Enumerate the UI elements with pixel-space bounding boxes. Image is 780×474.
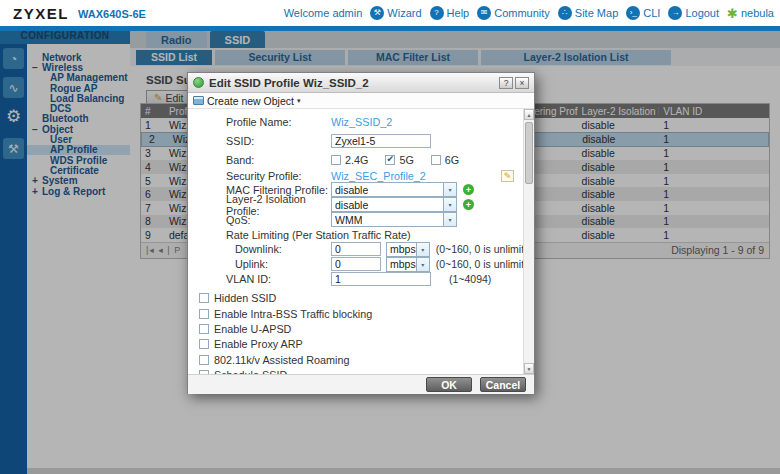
band-checkbox-2-4g[interactable] [331, 155, 341, 165]
header-link-label: Logout [685, 7, 719, 19]
cli-icon: ›_ [626, 6, 640, 20]
vlan-id-input[interactable] [331, 272, 431, 286]
header-link-label: Site Map [575, 7, 618, 19]
nebula-link[interactable]: ✱ nebula [727, 6, 774, 21]
sitemap-icon: ∴ [558, 6, 572, 20]
profile-name-label: Profile Name: [226, 116, 331, 128]
add-mac-profile-button[interactable]: + [463, 184, 474, 195]
option-label: Enable Intra-BSS Traffic blocking [214, 308, 372, 320]
qos-label: QoS: [226, 214, 331, 226]
header-link-logout[interactable]: →Logout [668, 6, 719, 20]
band-option-label: 5G [399, 154, 413, 166]
checkbox-802-11k-v-assisted-roaming[interactable] [199, 355, 209, 365]
dialog-body: Profile Name: Wiz_SSID_2 SSID: Band: 2.4… [188, 109, 534, 374]
checkbox-enable-intra-bss-traffic-blocking[interactable] [199, 309, 209, 319]
header-link-label: Help [447, 7, 470, 19]
ssid-input[interactable] [331, 134, 431, 148]
dialog-bullet-icon [193, 77, 204, 88]
device-model: WAX640S-6E [78, 8, 146, 20]
dialog-scrollbar[interactable]: ▲ ▼ [523, 109, 534, 374]
l2-isolation-select[interactable]: disable ▾ [331, 197, 457, 212]
downlink-label: Downlink: [226, 243, 331, 255]
welcome-text: Welcome admin [284, 7, 363, 19]
header-link-label: Community [494, 7, 550, 19]
option-label: Enable Proxy ARP [214, 338, 303, 350]
band-option-6g[interactable]: 6G [431, 154, 459, 166]
ssid-label: SSID: [226, 135, 331, 147]
dropdown-arrow-icon: ▾ [443, 213, 456, 226]
checkbox-enable-proxy-arp[interactable] [199, 339, 209, 349]
checkbox-enable-u-apsd[interactable] [199, 324, 209, 334]
band-checkbox-6g[interactable] [431, 155, 441, 165]
vlan-range-note: (1~4094) [449, 273, 491, 285]
rate-limiting-label: Rate Limiting (Per Station Traffic Rate) [226, 229, 411, 241]
scrollbar-thumb[interactable] [525, 122, 533, 184]
band-option-label: 2.4G [345, 154, 368, 166]
header-link-site-map[interactable]: ∴Site Map [558, 6, 618, 20]
band-option-2-4g[interactable]: 2.4G [331, 154, 368, 166]
option-label: 802.11k/v Assisted Roaming [214, 354, 349, 366]
dialog-close-button[interactable]: × [515, 77, 529, 89]
caret-down-icon: ▾ [297, 97, 301, 105]
option-row-schedule-ssid: Schedule SSID [199, 367, 520, 374]
header-link-help[interactable]: ?Help [430, 6, 470, 20]
option-row-hidden-ssid: Hidden SSID [199, 291, 520, 306]
option-row-enable-intra-bss-traffic-blocking: Enable Intra-BSS Traffic blocking [199, 306, 520, 321]
create-object-icon [193, 96, 204, 105]
profile-name-value: Wiz_SSID_2 [331, 116, 392, 128]
header-link-wizard[interactable]: ⚒Wizard [370, 6, 421, 20]
uplink-unit-select[interactable]: mbps ▾ [386, 257, 430, 272]
help-icon: ? [430, 6, 444, 20]
dropdown-arrow-icon: ▾ [443, 183, 456, 196]
dialog-title: Edit SSID Profile Wiz_SSID_2 [209, 77, 369, 89]
scroll-up-icon[interactable]: ▲ [524, 109, 534, 120]
create-new-object-button[interactable]: Create new Object ▾ [188, 93, 534, 109]
nebula-icon: ✱ [727, 6, 738, 21]
app-root: ZYXEL WAX640S-6E Welcome admin ⚒Wizard?H… [0, 0, 780, 474]
vlan-id-label: VLAN ID: [226, 273, 331, 285]
security-profile-label: Security Profile: [226, 170, 331, 182]
wizard-icon: ⚒ [370, 6, 384, 20]
dialog-footer: OK Cancel [188, 374, 534, 394]
header-links: Welcome admin ⚒Wizard?Help✉Community∴Sit… [284, 0, 774, 26]
dropdown-arrow-icon: ▾ [443, 198, 456, 211]
downlink-unit-select[interactable]: mbps ▾ [386, 242, 430, 257]
option-label: Hidden SSID [214, 292, 276, 304]
community-icon: ✉ [477, 6, 491, 20]
qos-select[interactable]: WMM ▾ [331, 212, 457, 227]
band-checkbox-5g[interactable] [385, 155, 395, 165]
top-header: ZYXEL WAX640S-6E Welcome admin ⚒Wizard?H… [0, 0, 780, 26]
header-link-cli[interactable]: ›_CLI [626, 6, 660, 20]
dropdown-arrow-icon: ▾ [416, 258, 429, 271]
downlink-input[interactable] [331, 242, 381, 256]
option-row-enable-u-apsd: Enable U-APSD [199, 321, 520, 336]
option-row-enable-proxy-arp: Enable Proxy ARP [199, 337, 520, 352]
downlink-range-note: (0~160, 0 is unlimited) [436, 243, 534, 255]
edit-ssid-profile-dialog: Edit SSID Profile Wiz_SSID_2 ? × Create … [187, 72, 535, 394]
dropdown-arrow-icon: ▾ [416, 243, 429, 256]
uplink-label: Uplink: [226, 258, 331, 270]
ok-button[interactable]: OK [426, 377, 472, 392]
logout-icon: → [668, 6, 682, 20]
checkbox-schedule-ssid[interactable] [199, 370, 209, 374]
option-label: Enable U-APSD [214, 323, 291, 335]
checkbox-hidden-ssid[interactable] [199, 293, 209, 303]
band-label: Band: [226, 154, 331, 166]
edit-security-profile-icon[interactable]: ✎ [501, 170, 514, 182]
uplink-range-note: (0~160, 0 is unlimited) [436, 258, 534, 270]
cancel-button[interactable]: Cancel [480, 377, 526, 392]
header-link-label: CLI [643, 7, 660, 19]
header-link-community[interactable]: ✉Community [477, 6, 550, 20]
dialog-help-button[interactable]: ? [499, 77, 513, 89]
nebula-label: nebula [741, 7, 774, 19]
mac-filtering-select[interactable]: disable ▾ [331, 182, 457, 197]
scroll-down-icon[interactable]: ▼ [524, 363, 534, 374]
option-row-802-11k-v-assisted-roaming: 802.11k/v Assisted Roaming [199, 352, 520, 367]
zyxel-logo: ZYXEL [13, 5, 69, 22]
header-link-label: Wizard [387, 7, 421, 19]
dialog-titlebar: Edit SSID Profile Wiz_SSID_2 ? × [188, 73, 534, 93]
uplink-input[interactable] [331, 257, 381, 271]
add-l2-profile-button[interactable]: + [463, 199, 474, 210]
security-profile-link[interactable]: Wiz_SEC_Profile_2 [331, 170, 426, 182]
band-option-5g[interactable]: 5G [385, 154, 413, 166]
